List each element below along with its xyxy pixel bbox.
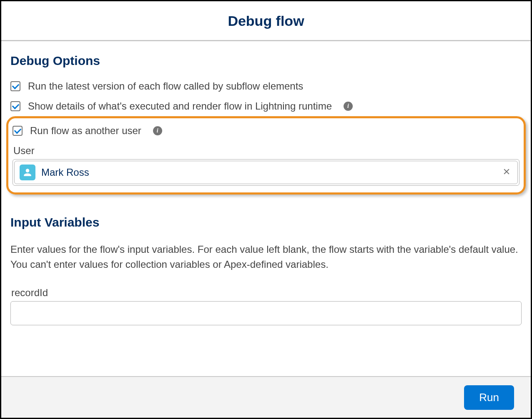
- user-lookup-value: Mark Ross: [41, 167, 495, 178]
- option-subflow-latest: Run the latest version of each flow call…: [10, 80, 522, 92]
- option-show-details: Show details of what's executed and rend…: [10, 100, 522, 112]
- checkbox-label: Run flow as another user: [30, 125, 141, 137]
- input-variables-title: Input Variables: [10, 215, 522, 229]
- run-as-user-highlight: Run flow as another user i User Mark Ros…: [6, 116, 526, 195]
- checkbox-run-as-user[interactable]: [13, 126, 23, 136]
- info-icon[interactable]: i: [153, 126, 162, 135]
- input-variables-section: Input Variables Enter values for the flo…: [10, 215, 522, 325]
- run-button[interactable]: Run: [464, 385, 514, 410]
- user-avatar-icon: [20, 165, 35, 180]
- dialog-content: Debug Options Run the latest version of …: [1, 41, 531, 325]
- user-field-label: User: [13, 145, 519, 157]
- checkbox-subflow-latest[interactable]: [10, 81, 20, 91]
- option-run-as-user: Run flow as another user i: [13, 125, 519, 137]
- info-icon[interactable]: i: [344, 102, 353, 111]
- dialog-header: Debug flow: [1, 1, 531, 41]
- recordid-input[interactable]: [10, 301, 522, 325]
- user-lookup[interactable]: Mark Ross: [14, 161, 518, 184]
- debug-options-title: Debug Options: [10, 54, 522, 68]
- input-variables-description: Enter values for the flow's input variab…: [10, 242, 522, 272]
- recordid-label: recordId: [11, 287, 522, 299]
- dialog-footer: Run: [1, 376, 531, 418]
- clear-user-icon[interactable]: [501, 166, 512, 180]
- user-lookup-container: Mark Ross: [13, 159, 519, 186]
- dialog-title: Debug flow: [1, 13, 531, 29]
- checkbox-show-details[interactable]: [10, 101, 20, 111]
- checkbox-label: Run the latest version of each flow call…: [28, 80, 303, 92]
- checkbox-label: Show details of what's executed and rend…: [28, 100, 332, 112]
